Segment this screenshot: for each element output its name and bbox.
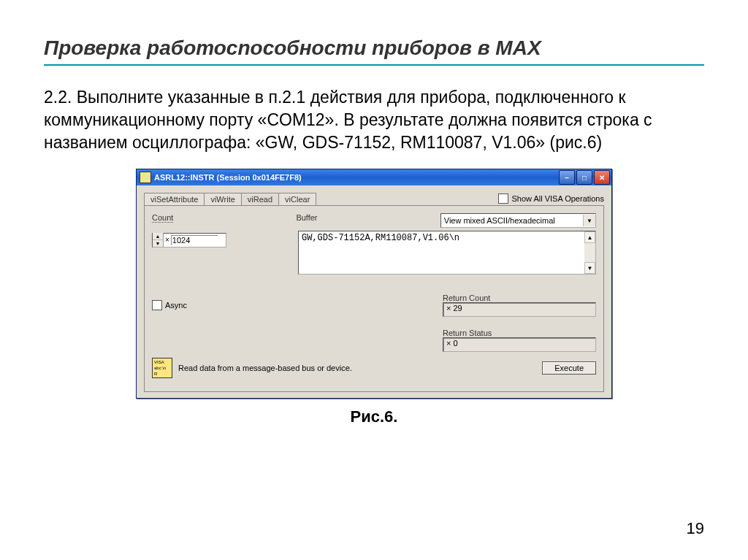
app-icon	[140, 172, 151, 183]
page-number: 19	[687, 519, 704, 538]
maximize-button[interactable]: □	[576, 170, 592, 185]
count-input[interactable]	[171, 235, 218, 245]
tab-viwrite[interactable]: viWrite	[204, 193, 241, 205]
return-status-field: × 0	[443, 337, 596, 352]
buffer-view-dropdown[interactable]: View mixed ASCII/hexadecimal ▼	[440, 213, 596, 228]
return-count-label: Return Count	[443, 294, 589, 302]
show-all-label: Show All VISA Operations	[511, 194, 604, 203]
slide-body: 2.2. Выполните указанные в п.2.1 действи…	[44, 86, 704, 154]
chevron-down-icon[interactable]: ▼	[583, 215, 595, 226]
title-rule	[44, 64, 704, 66]
execute-button[interactable]: Execute	[542, 361, 596, 375]
buffer-textarea[interactable]: GW,GDS-71152A,RM110087,V1.06\n ▲▼	[298, 231, 596, 275]
count-label: Count	[152, 213, 173, 223]
show-all-checkbox[interactable]	[498, 193, 508, 204]
buffer-label: Buffer	[296, 213, 317, 222]
return-status-label: Return Status	[443, 329, 589, 337]
scroll-down-icon[interactable]: ▼	[584, 262, 595, 274]
return-count-field: × 29	[443, 302, 596, 317]
figure-caption: Рис.6.	[44, 407, 704, 426]
titlebar[interactable]: ASRL12::INSTR (Session 0x014FE7F8) – □ ✕	[137, 169, 611, 185]
visa-icon: VISA abc \n R	[152, 358, 172, 378]
tab-pane: Count Buffer View mixed ASCII/hexadecima…	[144, 205, 604, 392]
scrollbar-track[interactable]	[584, 243, 595, 262]
async-checkbox[interactable]	[152, 300, 162, 310]
scroll-up-icon[interactable]: ▲	[584, 231, 595, 243]
minimize-button[interactable]: –	[559, 170, 575, 185]
slide-title: Проверка работоспособности приборов в MA…	[44, 37, 704, 60]
tab-viread[interactable]: viRead	[241, 193, 279, 205]
tab-bar: viSetAttribute viWrite viRead viClear Sh…	[144, 191, 604, 206]
count-input-group[interactable]: ▲▼ ×	[152, 233, 226, 248]
buffer-text-content: GW,GDS-71152A,RM110087,V1.06\n	[299, 231, 584, 274]
tab-visetattribute[interactable]: viSetAttribute	[144, 193, 205, 205]
window-title: ASRL12::INSTR (Session 0x014FE7F8)	[154, 173, 559, 182]
hint-text: Read data from a message-based bus or de…	[178, 364, 352, 372]
close-button[interactable]: ✕	[594, 170, 610, 185]
buffer-view-value: View mixed ASCII/hexadecimal	[444, 216, 583, 225]
dialog-window: ASRL12::INSTR (Session 0x014FE7F8) – □ ✕…	[136, 169, 612, 399]
tab-viclear[interactable]: viClear	[278, 193, 316, 205]
count-spinner[interactable]: ▲▼	[153, 233, 164, 247]
async-label: Async	[165, 301, 187, 310]
